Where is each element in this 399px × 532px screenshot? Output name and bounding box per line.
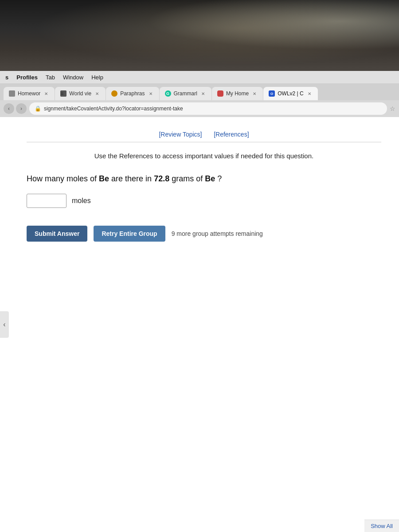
tab-favicon-owl: O xyxy=(269,90,275,97)
tab-close-worldview[interactable]: ✕ xyxy=(94,90,100,97)
bookmark-icon[interactable]: ☆ xyxy=(390,105,395,112)
tab-favicon-homework xyxy=(9,90,15,97)
tab-paraphrase[interactable]: Paraphras ✕ xyxy=(106,87,159,100)
tab-favicon-grammarly: G xyxy=(165,90,171,97)
tab-favicon-myhome xyxy=(217,90,223,97)
divider xyxy=(27,142,381,142)
answer-row: moles xyxy=(27,194,381,208)
tab-myhome[interactable]: My Home ✕ xyxy=(212,87,263,100)
menu-item-help[interactable]: Help xyxy=(91,74,103,81)
main-content: ‹ [Review Topics] [References] Use the R… xyxy=(0,117,399,532)
submit-answer-button[interactable]: Submit Answer xyxy=(27,226,87,242)
nav-buttons: ‹ › xyxy=(4,103,27,114)
tab-homework[interactable]: Homewor ✕ xyxy=(4,87,55,100)
tab-worldview[interactable]: ≡ World vie ✕ xyxy=(55,87,106,100)
buttons-row: Submit Answer Retry Entire Group 9 more … xyxy=(27,226,381,242)
review-topics-row: [Review Topics] [References] xyxy=(27,130,381,138)
tab-label-homework: Homewor xyxy=(18,90,40,97)
review-topics-link[interactable]: [Review Topics] xyxy=(159,131,202,138)
answer-input[interactable] xyxy=(27,194,66,208)
tab-label-paraphrase: Paraphras xyxy=(120,90,145,97)
retry-entire-group-button[interactable]: Retry Entire Group xyxy=(94,226,165,242)
moles-label: moles xyxy=(72,197,91,205)
tab-owlv2[interactable]: O OWLv2 | C ✕ xyxy=(263,87,317,100)
menu-bar: s Profiles Tab Window Help xyxy=(0,71,399,83)
page-content: [Review Topics] [References] Use the Ref… xyxy=(0,117,399,532)
tab-close-owlv2[interactable]: ✕ xyxy=(306,90,313,97)
forward-button[interactable]: › xyxy=(16,103,27,114)
menu-item-profiles[interactable]: Profiles xyxy=(16,74,38,81)
instruction-text: Use the References to access important v… xyxy=(27,152,381,160)
tab-favicon-paraphrase xyxy=(111,90,117,97)
menu-item-window[interactable]: Window xyxy=(63,74,83,81)
sidebar-arrow[interactable]: ‹ xyxy=(0,311,9,338)
menu-item-s[interactable]: s xyxy=(5,74,8,81)
tab-close-grammarly[interactable]: ✕ xyxy=(200,90,206,97)
show-all-button[interactable]: Show All xyxy=(364,520,399,532)
menu-item-tab[interactable]: Tab xyxy=(46,74,55,81)
attempts-text: 9 more group attempts remaining xyxy=(172,230,263,237)
tab-bar: Homewor ✕ ≡ World vie ✕ Paraphras ✕ G Gr… xyxy=(0,83,399,100)
tab-favicon-world: ≡ xyxy=(60,90,66,97)
address-bar-icons: ☆ xyxy=(390,105,395,112)
tab-label-grammarly: Grammarl xyxy=(174,90,197,97)
tab-close-myhome[interactable]: ✕ xyxy=(251,90,258,97)
lock-icon: 🔒 xyxy=(35,106,41,112)
tab-label-owlv2: OWLv2 | C xyxy=(278,90,303,97)
question-text: How many moles of Be are there in 72.8 g… xyxy=(27,173,381,185)
references-link[interactable]: [References] xyxy=(214,131,249,138)
tab-label-myhome: My Home xyxy=(226,90,249,97)
tab-grammarly[interactable]: G Grammarl ✕ xyxy=(160,87,211,100)
tab-close-homework[interactable]: ✕ xyxy=(43,90,49,97)
tab-close-paraphrase[interactable]: ✕ xyxy=(148,90,154,97)
address-text: signment/takeCovalentActivity.do?locator… xyxy=(44,106,183,112)
back-button[interactable]: ‹ xyxy=(4,103,14,114)
address-bar-row: ‹ › 🔒 signment/takeCovalentActivity.do?l… xyxy=(0,100,399,117)
address-bar[interactable]: 🔒 signment/takeCovalentActivity.do?locat… xyxy=(29,102,387,115)
tab-label-worldview: World vie xyxy=(69,90,91,97)
browser-chrome: Homewor ✕ ≡ World vie ✕ Paraphras ✕ G Gr… xyxy=(0,83,399,117)
